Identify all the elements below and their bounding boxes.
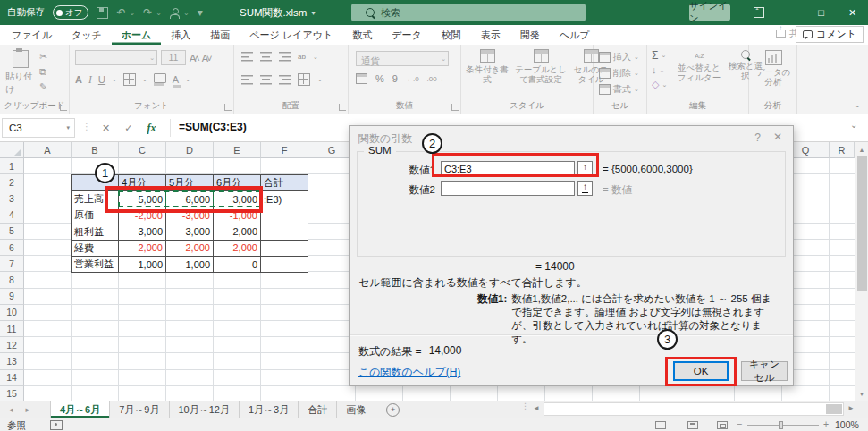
cell-F2[interactable]: 合計	[261, 175, 308, 191]
align-top-icon[interactable]	[241, 52, 253, 62]
close-button[interactable]	[837, 0, 868, 25]
search-input[interactable]: 検索	[351, 4, 586, 21]
font-color-icon[interactable]	[173, 75, 179, 85]
quick-access-overflow-icon[interactable]	[198, 0, 203, 25]
cell-F7[interactable]	[261, 257, 308, 273]
touch-mode-dropdown-icon[interactable]	[183, 9, 190, 17]
align-center-icon[interactable]	[260, 75, 272, 85]
borders-icon[interactable]	[123, 73, 136, 86]
horizontal-scrollbar[interactable]	[544, 402, 844, 416]
normal-view-icon[interactable]	[655, 421, 666, 429]
tab-formulas[interactable]: 数式	[342, 26, 382, 45]
vertical-scrollbar[interactable]	[855, 142, 868, 401]
row-header-5[interactable]: 5	[0, 224, 24, 240]
fill-color-icon[interactable]	[154, 73, 166, 83]
tab-draw[interactable]: 描画	[200, 26, 240, 45]
cell-F3-formula-overflow[interactable]: :E3)	[261, 191, 308, 207]
zoom-in-icon[interactable]	[823, 418, 829, 429]
percent-style-icon[interactable]	[375, 73, 384, 84]
scroll-up-icon[interactable]	[855, 143, 868, 156]
page-break-view-icon[interactable]	[717, 421, 728, 429]
zoom-slider-track[interactable]	[747, 425, 819, 426]
row-header-10[interactable]: 10	[0, 305, 24, 321]
cell-C5[interactable]: 3,000	[119, 224, 166, 241]
autosum-dropdown-icon[interactable]	[661, 52, 666, 59]
format-painter-icon[interactable]	[39, 82, 47, 92]
row-header-1[interactable]: 1	[0, 158, 24, 174]
sheet-tab-total[interactable]: 合計	[299, 401, 337, 418]
row-header-4[interactable]: 4	[0, 207, 24, 224]
formula-text[interactable]: =SUM(C3:E3)	[179, 121, 247, 133]
col-header-D[interactable]: D	[166, 142, 214, 158]
copy-icon[interactable]	[39, 67, 47, 77]
confirm-entry-icon[interactable]	[124, 123, 132, 134]
tab-page-layout[interactable]: ページ レイアウト	[240, 26, 342, 45]
cell-F5[interactable]	[261, 224, 308, 241]
row-header-13[interactable]: 13	[0, 353, 24, 369]
align-bottom-icon[interactable]	[279, 52, 291, 62]
tab-review[interactable]: 校閲	[432, 26, 471, 45]
expand-formula-bar-icon[interactable]	[850, 120, 857, 130]
arg2-input[interactable]	[441, 181, 575, 196]
cancel-button[interactable]: キャンセル	[741, 361, 788, 381]
col-header-B[interactable]: B	[72, 142, 119, 158]
clipboard-dialog-launcher-icon[interactable]	[60, 104, 67, 111]
cell-D6[interactable]: -2,000	[166, 241, 214, 257]
cell-E5[interactable]: 2,000	[214, 224, 261, 241]
row-header-6[interactable]: 6	[0, 240, 24, 256]
autosum-icon[interactable]	[652, 50, 658, 61]
zoom-level[interactable]: 100%	[835, 419, 859, 430]
increase-decimal-icon[interactable]: ←.0	[406, 75, 419, 83]
row-header-7[interactable]: 7	[0, 256, 24, 272]
accessibility-icon[interactable]	[50, 420, 63, 430]
col-header-A[interactable]: A	[24, 142, 72, 158]
cell-F6[interactable]	[261, 241, 308, 257]
sheet-tab-jul-sep[interactable]: 7月～9月	[110, 401, 169, 418]
paste-button[interactable]: 貼り付け	[5, 50, 36, 106]
redo-icon[interactable]	[143, 0, 152, 25]
cut-icon[interactable]	[39, 52, 47, 62]
font-color-dropdown-icon[interactable]	[185, 76, 190, 83]
italic-icon[interactable]: I	[88, 74, 92, 85]
col-header-C[interactable]: C	[119, 142, 166, 158]
row-header-3[interactable]: 3	[0, 190, 24, 207]
page-layout-view-icon[interactable]	[687, 421, 698, 429]
sheet-nav-next-icon[interactable]	[26, 405, 30, 414]
tab-home[interactable]: ホーム	[112, 26, 162, 45]
cell-B5[interactable]: 粗利益	[72, 224, 119, 241]
tab-help[interactable]: ヘルプ	[550, 26, 600, 45]
align-left-icon[interactable]	[241, 75, 253, 85]
delete-cells-button[interactable]: 削除	[599, 67, 639, 80]
clear-dropdown-icon[interactable]	[662, 81, 667, 89]
save-icon[interactable]	[97, 7, 108, 19]
format-as-table-button[interactable]: テーブルとして書式設定	[513, 49, 569, 84]
insert-function-icon[interactable]: fx	[147, 122, 156, 135]
vertical-scrollbar-thumb[interactable]	[857, 156, 867, 291]
cell-C6[interactable]: -2,000	[119, 241, 166, 257]
cell-D5[interactable]: 3,000	[166, 224, 214, 241]
clear-icon[interactable]	[652, 80, 659, 89]
name-box-dropdown-icon[interactable]	[66, 124, 70, 131]
minimize-button[interactable]	[774, 0, 805, 25]
tab-file[interactable]: ファイル	[2, 26, 62, 45]
cancel-entry-icon[interactable]	[102, 123, 110, 134]
row-header-8[interactable]: 8	[0, 272, 24, 288]
cell-C7[interactable]: 1,000	[119, 257, 166, 273]
sheet-nav-prev-icon[interactable]	[9, 405, 13, 414]
undo-icon[interactable]	[116, 0, 125, 25]
insert-cells-button[interactable]: 挿入	[599, 51, 639, 63]
number-dialog-launcher-icon[interactable]	[451, 104, 459, 111]
tab-developer[interactable]: 開発	[510, 26, 550, 45]
maximize-button[interactable]	[805, 0, 837, 25]
merge-center-icon[interactable]	[298, 73, 310, 86]
bold-icon[interactable]	[75, 74, 82, 85]
align-middle-icon[interactable]	[260, 52, 272, 62]
col-header-R[interactable]: R	[830, 142, 855, 158]
hscroll-left-icon[interactable]	[533, 404, 540, 412]
cell-B7[interactable]: 営業利益	[72, 257, 119, 273]
document-title-dropdown-icon[interactable]	[311, 9, 315, 17]
increase-font-icon[interactable]	[190, 53, 198, 63]
col-header-E[interactable]: E	[214, 142, 261, 158]
tab-touch[interactable]: タッチ	[62, 26, 112, 45]
decrease-decimal-icon[interactable]: .00→	[427, 75, 444, 83]
